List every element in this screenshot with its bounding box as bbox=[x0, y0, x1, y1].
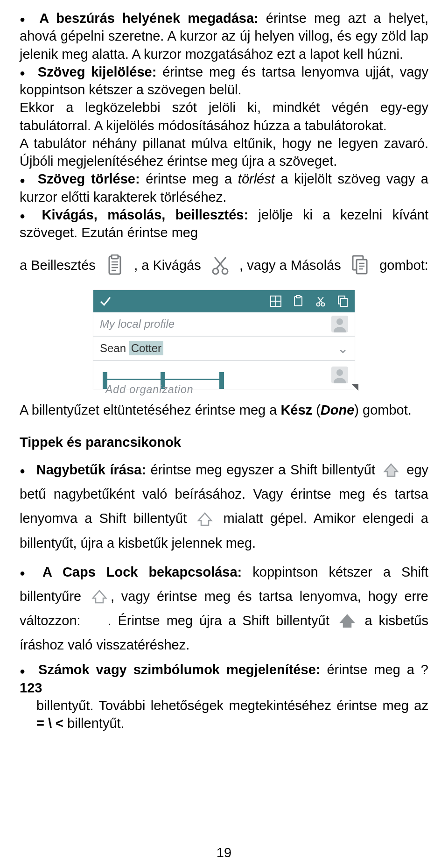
cut-icon bbox=[210, 254, 231, 276]
copy-icon bbox=[337, 295, 349, 307]
bullet-capslock: A Caps Lock bekapcsolása: koppintson két… bbox=[20, 560, 428, 657]
mock-label: Add organization bbox=[105, 383, 194, 396]
text: Sean bbox=[100, 342, 129, 354]
svg-rect-1 bbox=[112, 255, 118, 259]
svg-line-22 bbox=[319, 297, 323, 303]
svg-line-8 bbox=[217, 257, 226, 268]
text: érintse meg egyszer a Shift billentyűt bbox=[151, 462, 376, 477]
section-title: Tippek és parancsikonok bbox=[20, 433, 428, 451]
svg-point-20 bbox=[317, 303, 320, 306]
svg-line-23 bbox=[318, 297, 322, 303]
check-icon bbox=[99, 295, 112, 308]
copy-icon bbox=[350, 254, 371, 276]
bullet-title: Szöveg törlése: bbox=[38, 171, 140, 186]
bullet-delete-text: Szöveg törlése: érintse meg a törlést a … bbox=[20, 170, 428, 206]
text: érintse meg a bbox=[146, 171, 232, 186]
text: ( bbox=[312, 402, 321, 417]
shift-filled-icon bbox=[339, 613, 356, 630]
bullet-caps: Nagybetűk írása: érintse meg egyszer a S… bbox=[20, 458, 428, 555]
bold-text: = \ < bbox=[36, 716, 63, 731]
paste-icon bbox=[292, 295, 304, 307]
text: , a Kivágás bbox=[134, 256, 201, 274]
paragraph: Ekkor a legközelebbi szót jelöli ki, min… bbox=[20, 99, 428, 134]
chevron-down-icon: ⌄ bbox=[337, 341, 348, 357]
mock-name: Sean Cotter bbox=[100, 342, 163, 355]
paragraph-hide-keyboard: A billentyűzet eltüntetéséhez érintse me… bbox=[20, 401, 428, 419]
bold-text: Kész bbox=[280, 402, 312, 417]
avatar-icon bbox=[331, 367, 348, 383]
mock-toolbar bbox=[93, 290, 355, 312]
bold-text: 123 bbox=[20, 680, 42, 695]
text: . Érintse meg újra a Shift billentyűt bbox=[108, 613, 329, 628]
text: billentyűt. bbox=[63, 716, 125, 731]
bullet-title: A Caps Lock bekapcsolása: bbox=[42, 565, 242, 579]
text: gombot: bbox=[379, 256, 428, 274]
svg-point-28 bbox=[336, 369, 343, 376]
paste-icon bbox=[105, 254, 125, 276]
svg-point-21 bbox=[322, 303, 325, 306]
grid-icon bbox=[270, 295, 282, 307]
text: A billentyűzet eltüntetéséhez érintse me… bbox=[20, 402, 280, 417]
bullet-cut-copy-paste: Kivágás, másolás, beillesztés: jelölje k… bbox=[20, 206, 428, 242]
mock-row-name: Sean Cotter ⌄ bbox=[93, 337, 355, 361]
bullet-title: Kivágás, másolás, beillesztés: bbox=[42, 207, 249, 222]
svg-line-9 bbox=[215, 257, 224, 268]
bullet-numbers-symbols: Számok vagy szimbólumok megjelenítése: é… bbox=[20, 661, 428, 697]
svg-rect-19 bbox=[296, 296, 300, 298]
paragraph: A tabulátor néhány pillanat múlva eltűni… bbox=[20, 134, 428, 170]
mock-row-org: Add organization bbox=[93, 361, 355, 389]
bullet-title: A beszúrás helyének megadása: bbox=[39, 11, 259, 26]
text: , vagy a Másolás bbox=[239, 256, 341, 274]
mock-label: My local profile bbox=[100, 318, 175, 331]
document-page: A beszúrás helyének megadása: érintse me… bbox=[0, 0, 448, 868]
shift-icon bbox=[91, 589, 108, 606]
avatar-icon bbox=[331, 316, 348, 332]
svg-point-27 bbox=[334, 327, 346, 332]
shift-icon bbox=[383, 462, 399, 479]
svg-rect-25 bbox=[341, 298, 347, 306]
svg-point-6 bbox=[213, 268, 218, 274]
bullet-title: Számok vagy szimbólumok megjelenítése: bbox=[38, 662, 320, 677]
icon-line: a Beillesztés , a Kivágás , vagy a Másol… bbox=[20, 254, 428, 276]
svg-point-29 bbox=[334, 378, 346, 383]
ui-screenshot-mock: My local profile Sean Cotter ⌄ Add organ… bbox=[93, 290, 355, 389]
resize-grip-icon bbox=[352, 384, 358, 391]
svg-point-26 bbox=[336, 318, 343, 325]
selected-text: Cotter bbox=[129, 341, 163, 355]
italic-text: törlést bbox=[238, 171, 275, 186]
bullet-select-text: Szöveg kijelölése: érintse meg és tartsa… bbox=[20, 63, 428, 99]
bullet-insert-position: A beszúrás helyének megadása: érintse me… bbox=[20, 9, 428, 63]
text: ) gombot. bbox=[354, 402, 412, 417]
shift-icon bbox=[196, 511, 213, 528]
cut-icon bbox=[315, 295, 327, 307]
mock-row-profile: My local profile bbox=[93, 312, 355, 337]
bold-italic-text: Done bbox=[321, 402, 355, 417]
text: érintse meg a ? bbox=[327, 662, 428, 677]
bullet-title: Nagybetűk írása: bbox=[36, 462, 146, 477]
bullet-title: Szöveg kijelölése: bbox=[38, 64, 157, 79]
text: billentyűt. További lehetőségek megtekin… bbox=[36, 698, 428, 713]
svg-point-7 bbox=[222, 268, 228, 274]
text: a Beillesztés bbox=[20, 256, 96, 274]
page-number: 19 bbox=[0, 844, 448, 861]
paragraph: billentyűt. További lehetőségek megtekin… bbox=[20, 697, 428, 733]
